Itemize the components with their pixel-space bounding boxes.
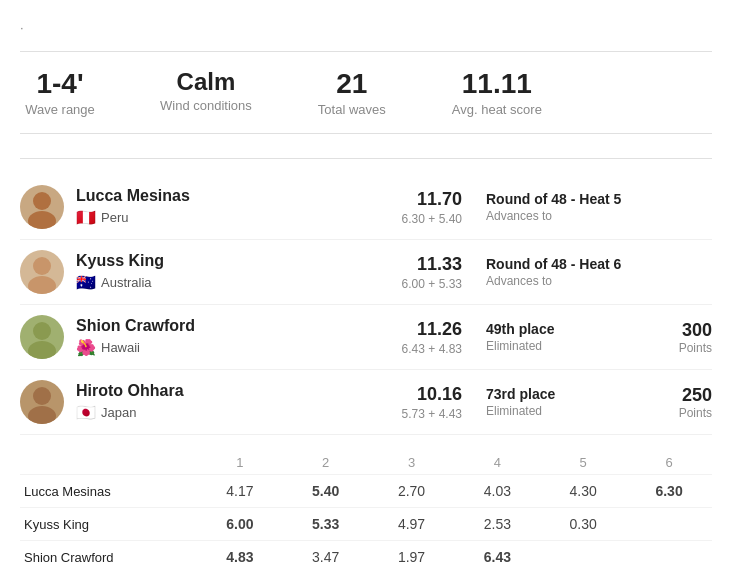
table-cell-0-0: 4.17	[197, 475, 283, 508]
table-row-1: Kyuss King6.005.334.972.530.30	[20, 508, 712, 541]
table-header-row: 123456	[20, 451, 712, 475]
table-cell-0-3: 4.03	[454, 475, 540, 508]
table-cell-0-5: 6.30	[626, 475, 712, 508]
result-status-3: Eliminated	[486, 404, 646, 418]
table-row-0: Lucca Mesinas4.175.402.704.034.306.30	[20, 475, 712, 508]
svg-point-4	[33, 322, 51, 340]
table-cell-0-1: 5.40	[283, 475, 369, 508]
table-cell-1-0: 6.00	[197, 508, 283, 541]
competitor-row-1: Kyuss King 🇦🇺 Australia 11.33 6.00 + 5.3…	[20, 240, 712, 305]
wave-scores-1: 6.00 + 5.33	[342, 277, 462, 291]
country-name-3: Japan	[101, 405, 136, 420]
table-cell-2-2: 1.97	[369, 541, 455, 572]
table-cell-name-2: Shion Crawford	[20, 541, 197, 572]
table-cell-1-2: 4.97	[369, 508, 455, 541]
wave-table: 123456 Lucca Mesinas4.175.402.704.034.30…	[20, 451, 712, 571]
result-heat-2: 49th place	[486, 321, 646, 337]
competitor-country-3: 🇯🇵 Japan	[76, 403, 236, 422]
svg-point-0	[33, 192, 51, 210]
table-cell-name-0: Lucca Mesinas	[20, 475, 197, 508]
flag-2: 🌺	[76, 338, 96, 357]
competitor-scores-1: 11.33 6.00 + 5.33	[342, 254, 462, 291]
result-status-1: Advances to	[486, 274, 646, 288]
table-col-header-0	[20, 451, 197, 475]
competitor-info-0: Lucca Mesinas 🇵🇪 Peru	[76, 187, 236, 227]
country-name-0: Peru	[101, 210, 128, 225]
points-value-3: 250	[662, 385, 712, 406]
table-cell-2-3: 6.43	[454, 541, 540, 572]
table-cell-1-3: 2.53	[454, 508, 540, 541]
table-cell-2-5	[626, 541, 712, 572]
competitor-info-3: Hiroto Ohhara 🇯🇵 Japan	[76, 382, 236, 422]
svg-point-5	[28, 341, 56, 359]
top-divider	[20, 51, 712, 52]
stat-item-1: Calm Wind conditions	[160, 68, 252, 117]
competitor-points-3: 250 Points	[662, 385, 712, 420]
table-cell-0-2: 2.70	[369, 475, 455, 508]
competitor-name-2: Shion Crawford	[76, 317, 236, 335]
competitor-scores-2: 11.26 6.43 + 4.83	[342, 319, 462, 356]
stat-item-0: 1-4' Wave range	[20, 68, 100, 117]
total-score-1: 11.33	[342, 254, 462, 275]
table-cell-1-5	[626, 508, 712, 541]
points-value-2: 300	[662, 320, 712, 341]
competitor-country-0: 🇵🇪 Peru	[76, 208, 236, 227]
stat-value-0: 1-4'	[20, 68, 100, 100]
total-score-2: 11.26	[342, 319, 462, 340]
table-cell-2-1: 3.47	[283, 541, 369, 572]
wave-scores-2: 6.43 + 4.83	[342, 342, 462, 356]
competitor-result-0: Round of 48 - Heat 5 Advances to	[486, 191, 646, 223]
wave-scores-0: 6.30 + 5.40	[342, 212, 462, 226]
stat-label-3: Avg. heat score	[452, 102, 542, 117]
svg-point-2	[33, 257, 51, 275]
competitor-country-2: 🌺 Hawaii	[76, 338, 236, 357]
competitor-result-2: 49th place Eliminated	[486, 321, 646, 353]
subtitle: ·	[20, 20, 712, 35]
svg-point-7	[28, 406, 56, 424]
country-name-1: Australia	[101, 275, 152, 290]
points-label-2: Points	[662, 341, 712, 355]
stats-row: 1-4' Wave range Calm Wind conditions 21 …	[20, 68, 712, 134]
table-cell-2-4	[540, 541, 626, 572]
table-row-2: Shion Crawford4.833.471.976.43	[20, 541, 712, 572]
wave-table-section: 123456 Lucca Mesinas4.175.402.704.034.30…	[20, 451, 712, 571]
competitor-row-0: Lucca Mesinas 🇵🇪 Peru 11.70 6.30 + 5.40 …	[20, 175, 712, 240]
wave-scores-3: 5.73 + 4.43	[342, 407, 462, 421]
competitor-name-3: Hiroto Ohhara	[76, 382, 236, 400]
total-score-0: 11.70	[342, 189, 462, 210]
result-heat-3: 73rd place	[486, 386, 646, 402]
stat-value-2: 21	[312, 68, 392, 100]
svg-point-6	[33, 387, 51, 405]
competitor-result-3: 73rd place Eliminated	[486, 386, 646, 418]
avatar-1	[20, 250, 64, 294]
result-heat-1: Round of 48 - Heat 6	[486, 256, 646, 272]
competitor-result-1: Round of 48 - Heat 6 Advances to	[486, 256, 646, 288]
svg-point-1	[28, 211, 56, 229]
table-cell-0-4: 4.30	[540, 475, 626, 508]
flag-3: 🇯🇵	[76, 403, 96, 422]
result-heat-0: Round of 48 - Heat 5	[486, 191, 646, 207]
table-col-header-4: 4	[454, 451, 540, 475]
stat-value-1: Calm	[160, 68, 252, 96]
competitor-points-2: 300 Points	[662, 320, 712, 355]
competitor-row-3: Hiroto Ohhara 🇯🇵 Japan 10.16 5.73 + 4.43…	[20, 370, 712, 435]
stat-label-2: Total waves	[312, 102, 392, 117]
svg-point-3	[28, 276, 56, 294]
stat-value-3: 11.11	[452, 68, 542, 100]
table-col-header-6: 6	[626, 451, 712, 475]
table-col-header-2: 2	[283, 451, 369, 475]
table-cell-name-1: Kyuss King	[20, 508, 197, 541]
result-status-2: Eliminated	[486, 339, 646, 353]
table-col-header-5: 5	[540, 451, 626, 475]
competitor-scores-3: 10.16 5.73 + 4.43	[342, 384, 462, 421]
avatar-2	[20, 315, 64, 359]
avatar-3	[20, 380, 64, 424]
stat-item-2: 21 Total waves	[312, 68, 392, 117]
stats-divider	[20, 158, 712, 159]
competitor-scores-0: 11.70 6.30 + 5.40	[342, 189, 462, 226]
stat-item-3: 11.11 Avg. heat score	[452, 68, 542, 117]
flag-0: 🇵🇪	[76, 208, 96, 227]
flag-1: 🇦🇺	[76, 273, 96, 292]
table-cell-2-0: 4.83	[197, 541, 283, 572]
table-cell-1-4: 0.30	[540, 508, 626, 541]
